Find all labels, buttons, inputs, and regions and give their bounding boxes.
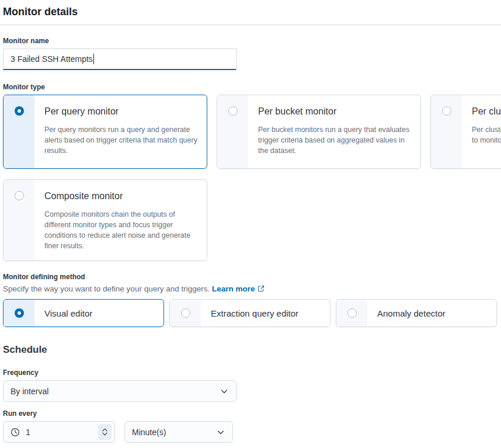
monitor-type-label: Monitor type <box>3 83 501 92</box>
card-description: Per query monitors run a query and gener… <box>44 124 197 156</box>
monitor-type-card-per-cluster-metrics[interactable]: Per cluster metrics monitor Per cluster … <box>430 95 501 169</box>
card-content: Per cluster metrics monitor Per cluster … <box>462 95 501 168</box>
card-content: Per query monitor Per query monitors run… <box>34 95 207 168</box>
card-title: Visual editor <box>34 300 92 327</box>
radio-zone <box>4 95 34 168</box>
monitor-name-value: 3 Failed SSH Attempts <box>11 54 93 64</box>
radio-button[interactable] <box>442 106 451 116</box>
clock-icon <box>11 428 20 437</box>
card-content: Per bucket monitor Per bucket monitors r… <box>248 95 420 168</box>
run-every-row: 1 Minute(s) <box>3 421 501 443</box>
number-stepper[interactable] <box>98 424 112 440</box>
radio-button[interactable] <box>15 106 24 116</box>
interval-unit-select[interactable]: Minute(s) <box>124 421 233 443</box>
stepper-down-icon <box>102 432 107 436</box>
stepper-up-icon <box>102 428 107 432</box>
radio-button[interactable] <box>228 106 238 116</box>
schedule-title: Schedule <box>3 343 501 356</box>
radio-zone <box>170 300 201 327</box>
card-content: Composite monitor Composite monitors cha… <box>34 180 207 261</box>
card-title: Extraction query editor <box>201 300 298 327</box>
defining-method-label: Monitor defining method <box>3 273 501 282</box>
card-title: Anomaly detector <box>367 300 446 327</box>
chevron-down-icon <box>220 387 229 396</box>
radio-zone <box>336 300 367 327</box>
defining-method-options: Visual editor Extraction query editor An… <box>3 299 497 327</box>
radio-zone <box>431 95 462 168</box>
radio-button[interactable] <box>181 308 190 318</box>
radio-button[interactable] <box>347 308 357 318</box>
monitor-type-card-composite[interactable]: Composite monitor Composite monitors cha… <box>3 179 207 261</box>
interval-unit-value: Minute(s) <box>132 428 166 437</box>
monitor-name-label: Monitor name <box>3 37 501 46</box>
learn-more-link[interactable]: Learn more <box>212 284 255 293</box>
monitor-name-input[interactable]: 3 Failed SSH Attempts <box>3 48 236 70</box>
card-title: Composite monitor <box>44 189 197 203</box>
monitor-type-options: Per query monitor Per query monitors run… <box>3 95 501 261</box>
card-description: Per cluster metrics monitors run API req… <box>472 124 501 145</box>
frequency-select[interactable]: By interval <box>3 380 236 402</box>
run-every-label: Run every <box>3 409 501 418</box>
frequency-value: By interval <box>11 387 48 396</box>
external-link-icon <box>258 285 265 294</box>
radio-button[interactable] <box>15 191 24 200</box>
radio-zone <box>4 300 34 327</box>
frequency-label: Frequency <box>3 369 501 377</box>
radio-button[interactable] <box>15 308 24 318</box>
method-card-extraction-query-editor[interactable]: Extraction query editor <box>169 299 330 327</box>
card-description: Composite monitors chain the outputs of … <box>44 209 197 251</box>
radio-zone <box>217 95 248 168</box>
interval-number-input[interactable]: 1 <box>3 421 115 443</box>
defining-method-help-text: Specify the way you want to define your … <box>3 284 501 295</box>
card-title: Per query monitor <box>44 105 197 119</box>
monitor-type-card-per-bucket[interactable]: Per bucket monitor Per bucket monitors r… <box>217 95 421 169</box>
page-title: Monitor details <box>3 0 501 19</box>
monitor-details-panel: Monitor details Monitor name 3 Failed SS… <box>0 0 501 443</box>
text-cursor <box>93 54 94 64</box>
divider <box>0 25 501 25</box>
help-text-body: Specify the way you want to define your … <box>3 284 210 293</box>
card-title: Per cluster metrics monitor <box>472 105 501 119</box>
monitor-type-card-per-query[interactable]: Per query monitor Per query monitors run… <box>3 95 207 169</box>
method-card-visual-editor[interactable]: Visual editor <box>3 299 164 327</box>
method-card-anomaly-detector[interactable]: Anomaly detector <box>336 299 497 327</box>
radio-zone <box>4 180 34 261</box>
card-description: Per bucket monitors run a query that eva… <box>258 124 411 156</box>
chevron-down-icon <box>216 428 225 437</box>
interval-value: 1 <box>26 428 30 437</box>
card-title: Per bucket monitor <box>258 105 411 119</box>
